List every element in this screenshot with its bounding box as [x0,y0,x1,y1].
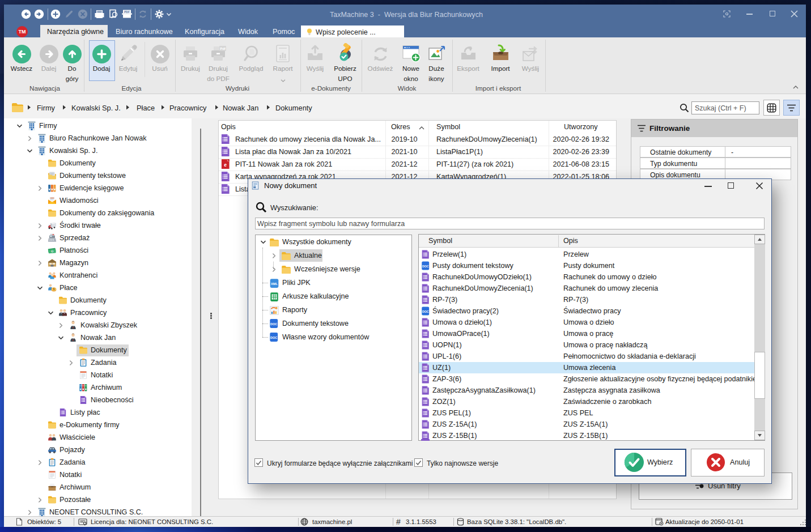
svg-text:Pdf: Pdf [220,47,226,50]
svg-text:PDF: PDF [124,10,130,14]
